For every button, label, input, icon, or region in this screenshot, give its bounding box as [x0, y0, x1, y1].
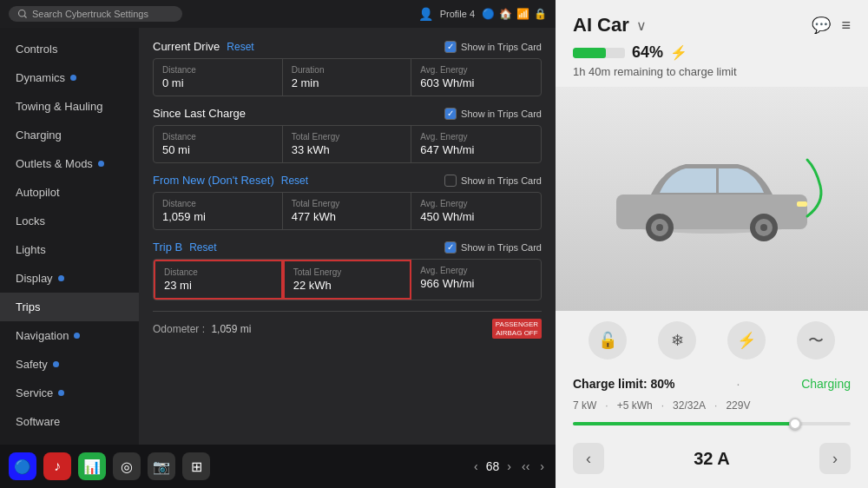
sidebar-item-charging[interactable]: Charging	[0, 121, 139, 149]
sidebar-item-lights[interactable]: Lights	[0, 235, 139, 264]
from-new-reset[interactable]: Reset	[281, 175, 308, 187]
profile-section: 👤 Profile 4 🔵 🏠 📶 🔒	[418, 7, 547, 21]
current-drive-energy-label: Avg. Energy	[420, 65, 532, 75]
wifi-icon-button[interactable]: 〜	[797, 321, 835, 359]
taskbar-bluetooth[interactable]: 🔵	[9, 452, 36, 480]
taskbar-music[interactable]: ♪	[43, 452, 71, 480]
sidebar-item-towing[interactable]: Towing & Hauling	[0, 92, 139, 121]
sidebar-item-wifi[interactable]: Wi-Fi	[0, 436, 139, 445]
current-drive-distance-label: Distance	[162, 65, 273, 75]
sidebar-label-locks: Locks	[16, 214, 45, 228]
current-drive-distance-value: 0 mi	[162, 76, 273, 89]
sidebar-item-autopilot[interactable]: Autopilot	[0, 178, 139, 207]
from-new-header: From New (Don't Reset) Reset Show in Tri…	[153, 174, 542, 187]
search-box[interactable]: Search Cybertruck Settings	[9, 6, 182, 22]
svg-point-6	[656, 224, 663, 231]
trip-b-reset[interactable]: Reset	[189, 241, 216, 254]
sidebar-dot-display	[58, 275, 64, 281]
current-drive-header: Current Drive Reset ✓ Show in Trips Card	[153, 40, 542, 53]
from-new-checkbox[interactable]	[444, 175, 457, 187]
current-drive-energy-value: 603 Wh/mi	[420, 76, 532, 89]
sidebar-item-outlets[interactable]: Outlets & Mods	[0, 149, 139, 178]
sidebar: Controls Dynamics Towing & Hauling Charg…	[0, 28, 139, 445]
passenger-badge: PASSENGERAIRBAG OFF	[492, 319, 542, 339]
charge-time: 1h 40m remaining to charge limit	[556, 65, 868, 87]
trip-b-avg-energy-value: 966 Wh/mi	[420, 277, 532, 290]
slc-avg-energy-label: Avg. Energy	[420, 132, 532, 142]
fan-icon-button[interactable]: ❄	[658, 321, 696, 359]
charge-slider-row[interactable]	[556, 419, 868, 436]
media-next-button[interactable]: ›	[504, 457, 514, 476]
trip-b-total-energy-label: Total Energy	[293, 267, 402, 277]
sidebar-item-navigation[interactable]: Navigation	[0, 321, 139, 350]
media-prev-button[interactable]: ‹	[471, 457, 481, 476]
trip-b-energy-cell: Total Energy 22 kWh	[283, 260, 412, 300]
charge-bar-fill	[573, 48, 606, 58]
taskbar-stats[interactable]: 📊	[78, 452, 106, 480]
from-new-show-trips[interactable]: Show in Trips Card	[444, 175, 542, 187]
current-drive-grid: Distance 0 mi Duration 2 min Avg. Energy…	[153, 58, 542, 96]
action-icons-row: 🔓 ❄ ⚡ 〜	[556, 311, 868, 370]
taskbar-target[interactable]: ◎	[113, 452, 141, 480]
main-content: Controls Dynamics Towing & Hauling Charg…	[0, 28, 556, 445]
ampere-decrease-button[interactable]: ‹	[573, 443, 604, 474]
from-new-grid: Distance 1,059 mi Total Energy 477 kWh A…	[153, 192, 542, 230]
sidebar-item-locks[interactable]: Locks	[0, 207, 139, 235]
since-last-charge-checkbox[interactable]: ✓	[444, 108, 457, 120]
media-forward-button[interactable]: ›	[537, 457, 547, 476]
ampere-row: ‹ 32 A ›	[556, 436, 868, 488]
sidebar-label-towing: Towing & Hauling	[16, 100, 102, 113]
sidebar-item-software[interactable]: Software	[0, 407, 139, 436]
since-last-charge-title: Since Last Charge	[153, 107, 246, 120]
fn-avg-energy-label: Avg. Energy	[420, 199, 532, 208]
sidebar-item-display[interactable]: Display	[0, 264, 139, 293]
top-bar: Search Cybertruck Settings 👤 Profile 4 🔵…	[0, 0, 556, 28]
current-drive-reset[interactable]: Reset	[227, 41, 253, 53]
right-action-icons: 💬 ≡	[812, 16, 851, 35]
svg-line-1	[24, 16, 26, 17]
current-drive-show-trips[interactable]: ✓ Show in Trips Card	[444, 41, 542, 53]
trip-b-distance-cell: Distance 23 mi	[154, 260, 283, 300]
since-last-charge-header: Since Last Charge ✓ Show in Trips Card	[153, 107, 542, 120]
current-drive-checkbox[interactable]: ✓	[444, 41, 457, 53]
lightning-icon: ⚡	[670, 44, 687, 61]
left-panel: Search Cybertruck Settings 👤 Profile 4 🔵…	[0, 0, 556, 488]
sidebar-item-dynamics[interactable]: Dynamics	[0, 63, 139, 92]
fn-distance-label: Distance	[162, 199, 273, 208]
charge-icon-button[interactable]: ⚡	[727, 321, 766, 359]
sidebar-label-navigation: Navigation	[16, 329, 69, 342]
since-last-charge-show-label: Show in Trips Card	[461, 109, 542, 119]
message-button[interactable]: 💬	[812, 16, 831, 35]
sidebar-item-trips[interactable]: Trips	[0, 293, 139, 321]
sidebar-label-charging: Charging	[16, 129, 62, 142]
svg-point-9	[760, 224, 767, 231]
sidebar-dot-navigation	[74, 333, 80, 339]
taskbar-apps[interactable]: ⊞	[182, 452, 210, 480]
since-last-charge-show-trips[interactable]: ✓ Show in Trips Card	[444, 108, 542, 120]
media-rewind-button[interactable]: ‹‹	[519, 457, 532, 476]
trip-b-checkbox[interactable]: ✓	[444, 241, 457, 254]
charge-slider-track[interactable]	[573, 422, 851, 425]
sidebar-label-controls: Controls	[16, 43, 57, 56]
check-icon: ✓	[447, 42, 454, 51]
sidebar-dot-service	[58, 390, 64, 396]
taskbar-camera[interactable]: 📷	[148, 452, 175, 480]
slc-distance-value: 50 mi	[162, 143, 273, 156]
sidebar-item-controls[interactable]: Controls	[0, 35, 139, 63]
svg-point-0	[19, 10, 26, 17]
slc-distance-cell: Distance 50 mi	[154, 126, 283, 162]
sidebar-item-safety[interactable]: Safety	[0, 350, 139, 379]
menu-button[interactable]: ≡	[841, 16, 851, 35]
current-drive-title: Current Drive	[153, 40, 220, 53]
charge-slider-fill	[573, 422, 795, 425]
ampere-increase-button[interactable]: ›	[819, 443, 851, 474]
charge-kw: 7 kW	[573, 399, 596, 412]
sidebar-item-service[interactable]: Service	[0, 379, 139, 407]
trip-b-show-trips[interactable]: ✓ Show in Trips Card	[444, 241, 542, 254]
chevron-down-icon[interactable]: ∨	[636, 17, 647, 34]
trip-b-avg-energy-cell: Avg. Energy 966 Wh/mi	[411, 260, 541, 300]
lock-icon-button[interactable]: 🔓	[589, 321, 627, 359]
trip-b-avg-energy-label: Avg. Energy	[420, 266, 532, 275]
charge-slider-thumb[interactable]	[789, 418, 801, 430]
car-title-row: AI Car ∨	[573, 14, 647, 36]
